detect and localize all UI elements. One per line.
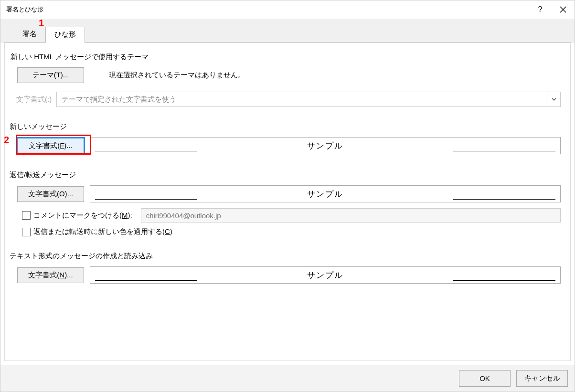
font-button-new-message[interactable]: 文字書式(F)... xyxy=(17,138,84,154)
font-button-plaintext[interactable]: 文字書式(N)... xyxy=(17,267,84,283)
section-plaintext-label: テキスト形式のメッセージの作成と読み込み xyxy=(10,252,561,261)
close-button[interactable] xyxy=(552,0,575,19)
cancel-button[interactable]: キャンセル xyxy=(516,370,568,387)
ok-button[interactable]: OK xyxy=(459,370,511,387)
theme-button[interactable]: テーマ(T)... xyxy=(17,67,84,83)
titlebar: 署名とひな形 ? xyxy=(0,0,575,19)
tab-content: 新しい HTML メッセージで使用するテーマ テーマ(T)... 現在選択されて… xyxy=(4,43,571,361)
font-button-reply-forward[interactable]: 文字書式(O)... xyxy=(17,186,84,202)
tabbar-area: 1 署名 ひな形 xyxy=(0,19,575,43)
sample-preview-new-message: サンプル xyxy=(90,137,561,154)
chevron-down-icon xyxy=(547,92,560,106)
mark-comments-email-field: chiri990404@outlook.jp xyxy=(141,208,561,222)
annotation-1-number: 1 xyxy=(39,18,44,29)
tabbar: 署名 ひな形 xyxy=(0,26,575,42)
sample-preview-plaintext: サンプル xyxy=(90,266,561,284)
sample-preview-reply-forward: サンプル xyxy=(90,185,561,202)
section-html-theme-label: 新しい HTML メッセージで使用するテーマ xyxy=(11,53,561,62)
checkbox-mark-comments-label: コメントにマークをつける(M): xyxy=(33,211,132,220)
font-style-dropdown: テーマで指定された文字書式を使う xyxy=(56,92,561,107)
close-icon xyxy=(560,6,566,13)
dialog-title: 署名とひな形 xyxy=(6,5,43,14)
signatures-stationery-dialog: 署名とひな形 ? 1 署名 ひな形 新しい HTML メッセージで使用するテーマ… xyxy=(0,0,575,392)
checkbox-new-color-reply-label: 返信または転送時に新しい色を適用する(C) xyxy=(33,227,172,236)
annotation-2-number: 2 xyxy=(4,135,9,146)
checkbox-new-color-reply[interactable] xyxy=(22,228,31,236)
section-new-message-label: 新しいメッセージ xyxy=(10,122,561,131)
section-reply-forward-label: 返信/転送メッセージ xyxy=(10,170,561,180)
tab-signature[interactable]: 署名 xyxy=(14,27,45,43)
help-button[interactable]: ? xyxy=(529,0,552,19)
font-style-label: 文字書式(:) xyxy=(16,95,52,104)
checkbox-mark-comments[interactable] xyxy=(22,211,31,220)
tab-stationery[interactable]: ひな形 xyxy=(45,27,85,43)
dialog-footer: OK キャンセル xyxy=(0,365,575,392)
theme-status-text: 現在選択されているテーマはありません。 xyxy=(109,71,245,80)
